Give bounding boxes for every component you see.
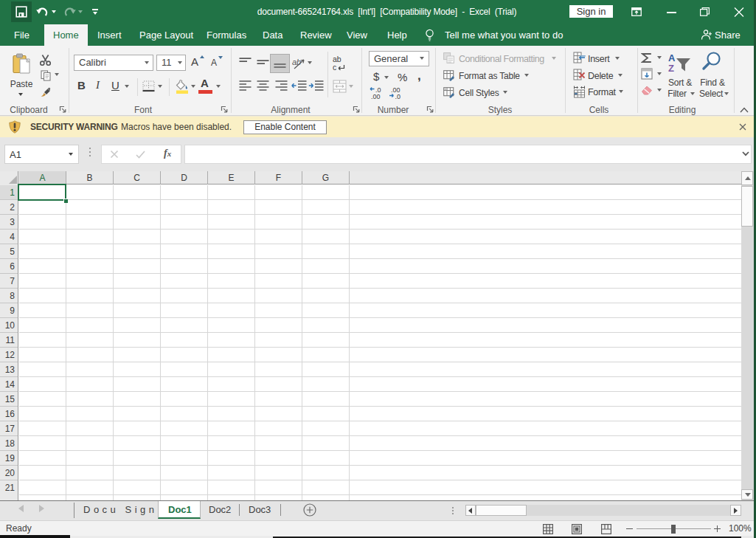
svg-text:ab: ab (292, 58, 301, 66)
svg-text:c: c (333, 63, 336, 72)
svg-text:.0: .0 (395, 93, 401, 100)
svg-text:.00: .00 (371, 93, 381, 100)
